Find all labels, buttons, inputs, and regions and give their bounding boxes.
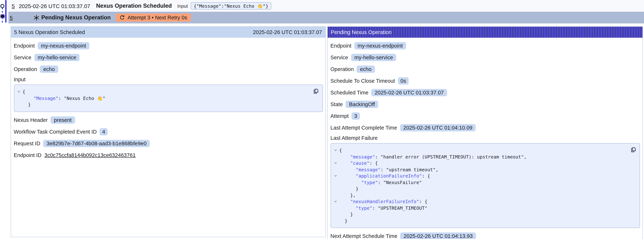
json-line: "Message": "Nexus Echo 👋" bbox=[22, 95, 106, 102]
field-label: Last Attempt Complete Time bbox=[330, 125, 397, 131]
json-line: { bbox=[22, 88, 25, 95]
field-label: Nexus Header bbox=[14, 117, 48, 123]
field-value-chip: BackingOff bbox=[346, 101, 378, 108]
field-endpoint-id: Endpoint ID 3c0c75ccfa8144b092c13ce63246… bbox=[14, 150, 323, 160]
field-label: Request ID bbox=[14, 140, 40, 146]
input-block-label: Input bbox=[14, 76, 323, 82]
collapse-chevron-icon[interactable] bbox=[334, 147, 339, 154]
event-title: Nexus Operation Scheduled bbox=[96, 2, 172, 9]
field-state: State BackingOff bbox=[330, 100, 640, 109]
field-endpoint: Endpoint my-nexus-endpoint bbox=[330, 41, 640, 50]
json-line: { bbox=[339, 147, 342, 154]
field-value-chip: my-nexus-endpoint bbox=[38, 42, 90, 50]
field-label: Next Attempt Schedule Time bbox=[330, 233, 398, 239]
field-label: Operation bbox=[14, 66, 37, 72]
failure-block-label: Last Attempt Failure bbox=[330, 135, 640, 141]
field-label: Endpoint ID bbox=[14, 152, 42, 158]
pending-asterisk-icon bbox=[33, 14, 40, 21]
field-label: State bbox=[330, 102, 343, 107]
field-value-chip: 4 bbox=[100, 128, 108, 135]
event-row-scheduled[interactable]: 5 2025-02-26 UTC 01:03:37.07 Nexus Opera… bbox=[8, 0, 644, 12]
scheduled-panel-header: 5 Nexus Operation Scheduled 2025-02-26 U… bbox=[11, 27, 325, 38]
field-value-chip: 2025-02-26 UTC 01:04:10.09 bbox=[400, 124, 476, 132]
field-value-chip: echo bbox=[356, 66, 375, 73]
copy-icon[interactable] bbox=[312, 88, 319, 94]
event-id-link[interactable]: 5 bbox=[12, 3, 15, 9]
field-endpoint: Endpoint my-nexus-endpoint bbox=[14, 41, 323, 50]
field-label: Service bbox=[14, 54, 32, 60]
field-value-chip: my-nexus-endpoint bbox=[354, 42, 406, 50]
panel-pending-operation: Pending Nexus Operation Endpoint my-nexu… bbox=[327, 26, 643, 239]
field-schedule-to-close-timeout: Schedule To Close Timeout 0s bbox=[330, 76, 640, 85]
timeline-active-bar bbox=[5, 0, 6, 23]
input-json-viewer: { "Message": "Nexus Echo 👋" } bbox=[14, 84, 323, 112]
json-line: "message": "upstream timeout", bbox=[339, 166, 438, 173]
scheduled-panel-timestamp: 2025-02-26 UTC 01:03:37.07 bbox=[253, 29, 322, 35]
field-value-chip: my-hello-service bbox=[351, 54, 396, 61]
field-value-chip: my-hello-service bbox=[34, 54, 80, 61]
collapse-chevron-icon[interactable] bbox=[334, 173, 339, 179]
pending-id-link[interactable]: 5 bbox=[10, 14, 13, 21]
collapse-chevron-icon[interactable] bbox=[334, 198, 339, 205]
timeline-pending-marker[interactable] bbox=[1, 14, 4, 18]
retry-badge-label: Attempt 3 • Next Retry 0s bbox=[128, 15, 187, 20]
field-label: Service bbox=[330, 54, 348, 60]
collapse-chevron-icon[interactable] bbox=[17, 88, 22, 95]
field-label: Operation bbox=[330, 66, 354, 72]
field-request-id: Request ID 3e829b7e-7d67-4b08-aad3-b1e86… bbox=[14, 139, 323, 148]
field-label: Endpoint bbox=[14, 43, 35, 49]
retry-icon bbox=[120, 15, 125, 20]
field-scheduled-time: Scheduled Time 2025-02-26 UTC 01:03:37.0… bbox=[330, 88, 640, 97]
field-operation: Operation echo bbox=[330, 65, 640, 74]
pending-panel-header: Pending Nexus Operation bbox=[328, 27, 642, 38]
field-value-chip: 2025-02-26 UTC 01:03:37.07 bbox=[372, 89, 447, 96]
field-next-attempt-schedule-time: Next Attempt Schedule Time 2025-02-26 UT… bbox=[330, 232, 640, 239]
input-label: Input bbox=[177, 3, 188, 8]
json-line: } bbox=[339, 211, 353, 218]
pending-panel-title: Pending Nexus Operation bbox=[331, 29, 392, 35]
collapse-chevron-icon[interactable] bbox=[334, 160, 339, 166]
json-line: "applicationFailureInfo": { bbox=[339, 173, 430, 179]
input-preview-chip[interactable]: {"Message":"Nexus Echo 👋"} bbox=[191, 2, 271, 10]
field-last-attempt-complete-time: Last Attempt Complete Time 2025-02-26 UT… bbox=[330, 123, 640, 132]
field-service: Service my-hello-service bbox=[330, 53, 640, 62]
event-history-view: 5 2025-02-26 UTC 01:03:37.07 Nexus Opera… bbox=[0, 0, 644, 239]
json-line: } bbox=[339, 218, 348, 224]
field-label: Scheduled Time bbox=[330, 90, 368, 96]
json-line: "nexusHandlerFailureInfo": { bbox=[339, 198, 428, 205]
field-value-chip: 0s bbox=[398, 77, 409, 84]
json-line: "message": "handler error (UPSTREAM_TIME… bbox=[339, 154, 527, 160]
json-line: } bbox=[22, 102, 31, 108]
field-label: Schedule To Close Timeout bbox=[330, 78, 395, 84]
field-nexus-header: Nexus Header present bbox=[14, 116, 323, 124]
timeline-rail bbox=[0, 0, 8, 239]
event-timestamp: 2025-02-26 UTC 01:03:37.07 bbox=[19, 3, 90, 9]
field-service: Service my-hello-service bbox=[14, 53, 323, 62]
endpoint-id-link[interactable]: 3c0c75ccfa8144b092c13ce632463761 bbox=[44, 152, 136, 158]
pending-title: Pending Nexus Operation bbox=[41, 14, 111, 21]
json-line: "type": "NexusFailure" bbox=[339, 179, 422, 186]
field-workflow-task-completed-event-id: Workflow Task Completed Event ID 4 bbox=[14, 127, 323, 136]
json-line: }, bbox=[339, 192, 356, 198]
field-label: Endpoint bbox=[330, 43, 352, 49]
copy-icon[interactable] bbox=[630, 146, 636, 153]
json-line: "cause": { bbox=[339, 160, 378, 166]
json-line: } bbox=[339, 186, 358, 192]
field-label: Attempt bbox=[330, 113, 349, 119]
field-attempt: Attempt 3 bbox=[330, 112, 640, 120]
field-operation: Operation echo bbox=[14, 65, 323, 74]
retry-badge: Attempt 3 • Next Retry 0s bbox=[116, 14, 191, 22]
field-label: Workflow Task Completed Event ID bbox=[14, 129, 97, 134]
json-line: "type": "UPSTREAM_TIMEOUT" bbox=[339, 205, 428, 211]
field-value-chip: 2025-02-26 UTC 01:04:13.93 bbox=[400, 232, 476, 239]
timeline-event-marker[interactable] bbox=[0, 4, 4, 8]
panel-scheduled-event: 5 Nexus Operation Scheduled 2025-02-26 U… bbox=[10, 26, 326, 237]
scheduled-panel-title: 5 Nexus Operation Scheduled bbox=[14, 29, 85, 35]
event-row-pending[interactable]: 5 Pending Nexus Operation bbox=[8, 12, 644, 24]
field-value-chip: 3 bbox=[352, 112, 360, 120]
field-value-chip: echo bbox=[40, 66, 58, 73]
field-value-chip: present bbox=[50, 116, 75, 124]
field-value-chip: 3e829b7e-7d67-4b08-aad3-b1e868bfe9e0 bbox=[43, 140, 150, 147]
failure-json-viewer: { "message": "handler error (UPSTREAM_TI… bbox=[330, 143, 640, 228]
